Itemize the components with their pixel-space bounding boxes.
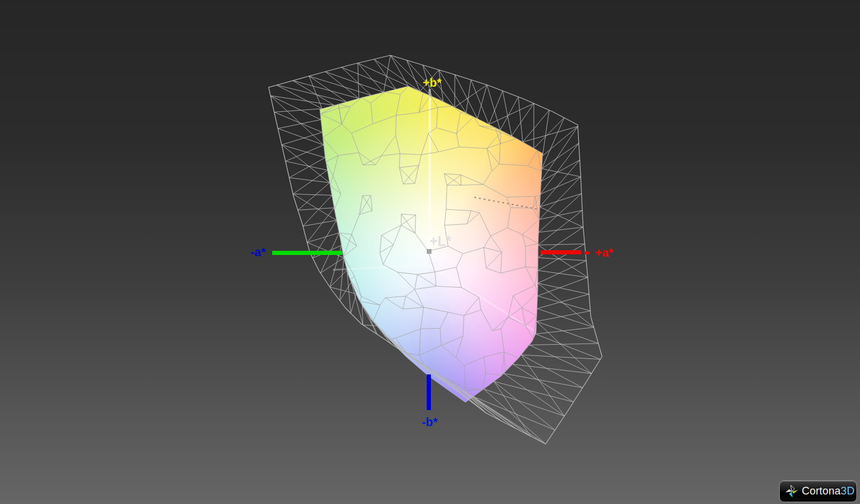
- axis-label-pos-a: +a*: [595, 246, 613, 259]
- axis-line-pos-a-dash: [584, 251, 590, 254]
- axis-line-pos-a: [541, 250, 581, 254]
- hidden-axis-dashes: [474, 197, 538, 209]
- reference-gamut-wireframe: [269, 55, 602, 444]
- brand-suffix: 3D: [840, 485, 854, 497]
- axes: [272, 249, 590, 410]
- axis-label-neg-b: -b*: [422, 415, 438, 429]
- scene-overlay: +b* -a* +a* -b* +L*: [0, 0, 860, 504]
- cortona3d-logo-icon: [785, 484, 799, 499]
- viewer-canvas[interactable]: +b* -a* +a* -b* +L* Cortona3D: [0, 0, 860, 504]
- axis-line-neg-b: [427, 374, 431, 410]
- cortona3d-badge[interactable]: Cortona3D: [779, 480, 857, 502]
- axis-label-neg-a: -a*: [250, 245, 266, 259]
- axis-label-pos-b: +b*: [423, 76, 442, 89]
- origin-marker: [427, 249, 431, 254]
- axis-line-neg-a: [272, 251, 342, 255]
- brand-text: Cortona: [802, 485, 840, 497]
- axis-label-pos-l: +L*: [430, 234, 451, 249]
